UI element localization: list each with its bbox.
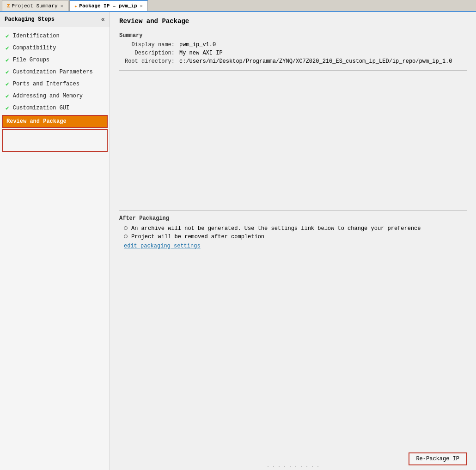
sidebar-item-customization-gui-label: Customization GUI	[13, 105, 69, 111]
content-title: Review and Package	[110, 12, 476, 29]
check-icon-addressing-memory: ✔	[6, 92, 9, 100]
sidebar-item-addressing-memory[interactable]: ✔ Addressing and Memory	[0, 90, 110, 102]
check-icon-customization-params: ✔	[6, 68, 9, 76]
sidebar-item-review-package-label: Review and Package	[6, 118, 67, 125]
tab-package-ip-label: Package IP – pvm_ip	[79, 3, 137, 9]
bullet-circle-archive	[124, 226, 128, 230]
sidebar-title: Packaging Steps	[5, 16, 55, 23]
tab-project-summary-close[interactable]: ✕	[61, 3, 63, 9]
sidebar-item-identification[interactable]: ✔ Identification	[0, 30, 110, 42]
bullet-item-project: Project will be removed after completion	[119, 234, 467, 240]
summary-row-root-dir: Root directory: c:/Users/mi/Desktop/Prog…	[124, 58, 467, 65]
sidebar-item-customization-params-label: Customization Parameters	[13, 69, 93, 75]
spacer	[110, 71, 476, 200]
sidebar-item-identification-label: Identification	[13, 33, 60, 39]
sidebar-item-compatibility[interactable]: ✔ Compatibility	[0, 42, 110, 54]
summary-section: Summary Display name: pwm_ip_v1.0 Descri…	[119, 29, 467, 71]
sidebar-red-outline-box	[2, 129, 108, 152]
summary-key-display-name: Display name:	[124, 42, 179, 48]
after-packaging-title: After Packaging	[119, 215, 467, 222]
sidebar-item-customization-gui[interactable]: ✔ Customization GUI	[0, 102, 110, 114]
sidebar: Packaging Steps « ✔ Identification ✔ Com…	[0, 12, 110, 470]
edit-packaging-settings-link[interactable]: edit packaging settings	[119, 243, 467, 249]
sidebar-item-addressing-memory-label: Addressing and Memory	[13, 93, 83, 99]
section-divider	[119, 210, 467, 211]
tab-bar: Σ Project Summary ✕ ✦ Package IP – pvm_i…	[0, 0, 476, 12]
project-summary-icon: Σ	[7, 3, 10, 9]
after-packaging-section: After Packaging An archive will not be g…	[119, 200, 467, 255]
sidebar-item-ports-interfaces-label: Ports and Interfaces	[13, 81, 79, 87]
main-layout: Packaging Steps « ✔ Identification ✔ Com…	[0, 12, 476, 470]
check-icon-identification: ✔	[6, 32, 9, 40]
sidebar-collapse-button[interactable]: «	[101, 16, 105, 23]
sidebar-items: ✔ Identification ✔ Compatibility ✔ File …	[0, 27, 110, 157]
summary-value-description: My new AXI IP	[179, 50, 223, 56]
tab-package-ip-close[interactable]: ✕	[140, 3, 143, 9]
summary-label: Summary	[119, 32, 467, 39]
summary-key-root-dir: Root directory:	[124, 58, 179, 65]
check-icon-customization-gui: ✔	[6, 104, 9, 112]
check-icon-ports-interfaces: ✔	[6, 80, 9, 88]
summary-row-description: Description: My new AXI IP	[124, 50, 467, 56]
sidebar-header: Packaging Steps «	[0, 12, 110, 27]
summary-value-display-name: pwm_ip_v1.0	[179, 42, 216, 48]
summary-value-root-dir: c:/Users/mi/Desktop/Programma/ZYNQ/XC7Z0…	[179, 58, 452, 65]
bullet-text-project: Project will be removed after completion	[131, 234, 264, 240]
sidebar-item-file-groups[interactable]: ✔ File Groups	[0, 54, 110, 66]
package-ip-icon: ✦	[74, 3, 78, 9]
check-icon-compatibility: ✔	[6, 44, 9, 52]
sidebar-item-compatibility-label: Compatibility	[13, 45, 56, 51]
content-area: Review and Package Summary Display name:…	[110, 12, 476, 470]
summary-row-display-name: Display name: pwm_ip_v1.0	[124, 42, 467, 48]
tab-package-ip[interactable]: ✦ Package IP – pvm_ip ✕	[69, 0, 148, 11]
dots-row: . . . . . . . . . .	[110, 461, 476, 470]
bullet-circle-project	[124, 235, 128, 238]
tab-project-summary-label: Project Summary	[12, 3, 58, 9]
bullet-item-archive: An archive will not be generated. Use th…	[119, 225, 467, 232]
sidebar-item-ports-interfaces[interactable]: ✔ Ports and Interfaces	[0, 78, 110, 90]
bullet-text-archive: An archive will not be generated. Use th…	[131, 225, 421, 232]
check-icon-file-groups: ✔	[6, 56, 9, 64]
sidebar-item-customization-params[interactable]: ✔ Customization Parameters	[0, 66, 110, 78]
sidebar-item-review-package[interactable]: Review and Package	[2, 115, 108, 128]
tab-project-summary[interactable]: Σ Project Summary ✕	[2, 0, 68, 11]
sidebar-item-file-groups-label: File Groups	[13, 57, 49, 63]
summary-table: Display name: pwm_ip_v1.0 Description: M…	[119, 42, 467, 65]
summary-key-description: Description:	[124, 50, 179, 56]
